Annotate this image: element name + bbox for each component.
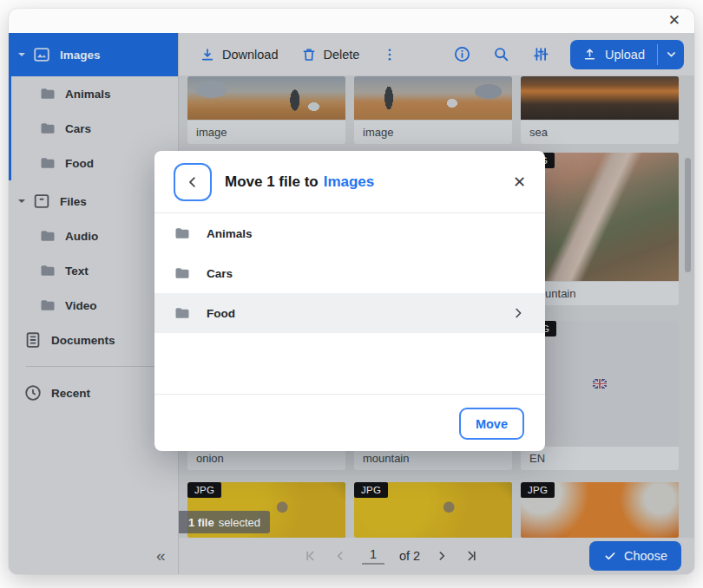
image-thumbnail (354, 76, 512, 120)
sidebar-item-cars[interactable]: Cars (11, 111, 178, 146)
chevron-left-icon (185, 174, 200, 190)
folder-icon (39, 154, 56, 172)
file-type-badge: JPG (187, 482, 221, 498)
back-button[interactable] (174, 163, 212, 201)
sidebar-item-files[interactable]: Files (9, 184, 178, 219)
grid-footer: 1 of 2 Choose (179, 538, 694, 574)
tune-icon (531, 45, 549, 63)
choose-button[interactable]: Choose (589, 541, 681, 571)
folder-row-label: Cars (207, 267, 233, 280)
folder-icon (174, 225, 191, 242)
image-thumbnail: JPG (354, 482, 512, 538)
info-icon (453, 45, 471, 63)
dialog-titlebar: ✕ (9, 9, 694, 33)
folder-icon (39, 85, 56, 102)
folder-icon (39, 297, 56, 314)
sidebar-item-label: Video (65, 299, 97, 312)
chevron-down-icon (665, 48, 678, 61)
sidebar-item-label: Audio (65, 230, 98, 243)
image-card[interactable]: JPG (521, 482, 679, 538)
move-file-dialog: Move 1 file to Images ✕ Animals Cars Foo… (154, 151, 545, 451)
next-page-button[interactable] (435, 549, 449, 563)
move-button[interactable]: Move (459, 408, 524, 440)
image-thumbnail (187, 76, 345, 120)
page-number-input[interactable]: 1 (362, 547, 384, 565)
files-subfolder-list: Audio Text Video (9, 219, 178, 323)
download-button[interactable]: Download (200, 47, 279, 62)
selection-count-badge: 1 file selected (179, 511, 270, 533)
info-button[interactable] (453, 45, 471, 63)
sidebar-item-audio[interactable]: Audio (11, 219, 178, 253)
toolbar: Download Delete (179, 33, 694, 76)
folder-row-label: Animals (207, 227, 253, 240)
image-card[interactable]: image (187, 76, 345, 144)
sidebar-item-animals[interactable]: Animals (11, 76, 178, 111)
file-type-badge: JPG (521, 482, 555, 498)
image-card-label: image (187, 120, 345, 144)
upload-split-button: Upload (570, 40, 684, 69)
uk-flag-thumbnail (593, 379, 607, 389)
upload-icon (582, 47, 597, 62)
document-icon (23, 330, 43, 350)
pagination: 1 of 2 (303, 538, 479, 574)
more-options-button[interactable] (382, 47, 397, 62)
last-page-button[interactable] (463, 548, 479, 564)
folder-row-food[interactable]: Food (154, 293, 545, 333)
modal-header: Move 1 file to Images ✕ (154, 151, 545, 213)
first-page-icon (303, 548, 319, 564)
sidebar-item-label: Food (65, 157, 94, 170)
chevron-left-icon (333, 549, 347, 563)
sidebar-item-food[interactable]: Food (11, 146, 178, 180)
file-type-badge: JPG (354, 482, 388, 498)
filter-button[interactable] (531, 45, 549, 63)
upload-button[interactable]: Upload (570, 40, 657, 69)
folder-row-label: Food (207, 307, 235, 320)
folder-sidebar: Images Animals Cars Food (9, 33, 178, 574)
delete-button[interactable]: Delete (301, 47, 360, 62)
first-page-button[interactable] (303, 548, 319, 564)
images-subfolder-list: Animals Cars Food (9, 76, 178, 180)
sidebar-divider (26, 366, 168, 367)
folder-row-cars[interactable]: Cars (154, 253, 545, 293)
search-button[interactable] (492, 45, 510, 63)
chevron-right-icon (435, 549, 449, 563)
sidebar-item-label: Images (60, 49, 101, 62)
close-icon[interactable]: ✕ (668, 11, 680, 30)
folder-icon (174, 304, 191, 322)
folder-row-animals[interactable]: Animals (154, 213, 545, 253)
image-card-label: sea (521, 120, 679, 144)
vertical-scrollbar[interactable] (685, 158, 691, 272)
search-icon (492, 45, 510, 63)
image-icon (32, 45, 51, 64)
folder-icon (39, 227, 56, 245)
image-card[interactable]: JPG (354, 482, 512, 538)
sidebar-item-label: Cars (65, 122, 91, 135)
modal-title: Move 1 file to Images (225, 173, 374, 191)
caret-down-icon (17, 197, 26, 206)
image-thumbnail (521, 76, 679, 120)
page-count-label: of 2 (399, 549, 420, 563)
trash-icon (301, 47, 317, 62)
folder-icon (39, 120, 56, 137)
sidebar-item-video[interactable]: Video (11, 288, 178, 323)
clock-icon (23, 383, 43, 402)
sidebar-item-documents[interactable]: Documents (9, 323, 178, 357)
modal-close-icon[interactable]: ✕ (513, 173, 526, 192)
image-card[interactable]: sea (521, 76, 679, 144)
previous-page-button[interactable] (333, 549, 347, 563)
file-manager-dialog: ✕ Images Animals Cars (9, 9, 694, 574)
sidebar-item-recent[interactable]: Recent (9, 376, 178, 410)
image-card[interactable]: image (354, 76, 512, 144)
sidebar-item-label: Files (60, 195, 87, 208)
target-folder-link[interactable]: Images (324, 173, 375, 191)
folder-icon (39, 262, 56, 279)
image-thumbnail: JPG (521, 482, 679, 538)
sidebar-item-text[interactable]: Text (11, 253, 178, 288)
caret-down-icon (17, 50, 26, 59)
modal-folder-list: Animals Cars Food (154, 213, 545, 333)
kebab-menu-icon (382, 47, 397, 62)
chevron-right-icon (510, 305, 526, 321)
collapse-sidebar-button[interactable]: « (156, 546, 166, 565)
sidebar-item-images[interactable]: Images (9, 33, 178, 76)
upload-dropdown-button[interactable] (658, 40, 684, 69)
